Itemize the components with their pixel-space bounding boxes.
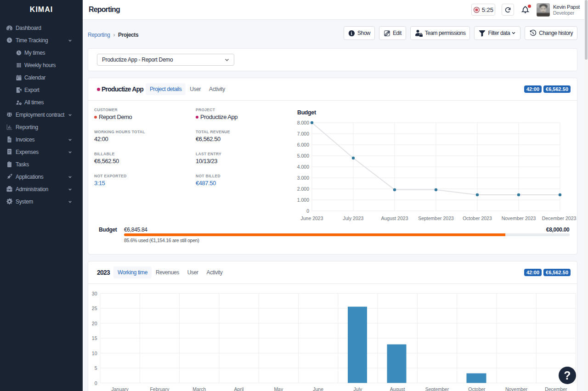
svg-text:January: January: [112, 386, 129, 391]
svg-text:September 2023: September 2023: [418, 215, 454, 221]
svg-text:30: 30: [92, 291, 97, 296]
svg-text:2.000: 2.000: [297, 186, 309, 192]
svg-text:25: 25: [92, 306, 97, 311]
svg-text:May: May: [274, 386, 283, 391]
svg-text:0: 0: [95, 380, 97, 386]
svg-text:15: 15: [92, 335, 97, 341]
svg-text:December: December: [545, 386, 567, 391]
svg-text:June: June: [313, 386, 323, 391]
svg-text:April: April: [234, 386, 244, 391]
svg-text:March: March: [192, 386, 206, 391]
svg-text:Budget: Budget: [297, 109, 317, 116]
svg-text:6.000: 6.000: [297, 142, 309, 147]
svg-text:October: October: [468, 386, 486, 391]
svg-text:February: February: [150, 386, 170, 391]
svg-text:August: August: [390, 386, 405, 391]
svg-text:5.000: 5.000: [297, 153, 309, 159]
svg-text:3.000: 3.000: [297, 175, 309, 181]
svg-text:November: November: [505, 386, 528, 391]
svg-text:4.000: 4.000: [297, 164, 309, 170]
svg-text:20: 20: [92, 321, 97, 326]
svg-text:November 2023: November 2023: [502, 215, 536, 221]
svg-text:8.000: 8.000: [297, 120, 309, 125]
svg-text:December 2023: December 2023: [542, 215, 577, 221]
svg-text:August 2023: August 2023: [381, 215, 408, 221]
svg-text:September: September: [425, 386, 449, 391]
svg-text:0: 0: [306, 208, 309, 214]
svg-text:1.000: 1.000: [297, 197, 309, 203]
svg-text:June 2023: June 2023: [300, 215, 323, 221]
svg-text:10: 10: [92, 351, 97, 356]
svg-text:July: July: [354, 386, 362, 391]
svg-text:7.000: 7.000: [297, 131, 309, 136]
svg-text:July 2023: July 2023: [343, 215, 364, 221]
svg-text:October 2023: October 2023: [463, 215, 492, 221]
svg-text:5: 5: [95, 365, 97, 371]
